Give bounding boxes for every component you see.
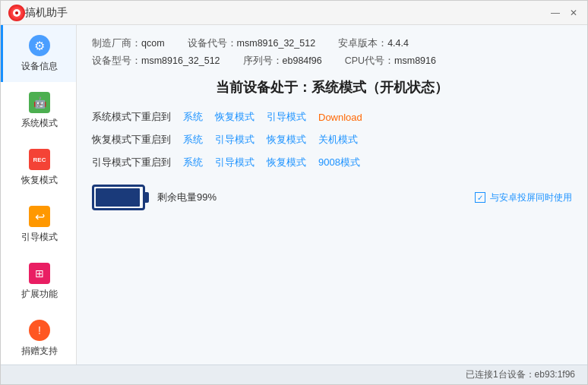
device-info-row2: 设备型号：msm8916_32_512 序列号：eb984f96 CPU代号：m… xyxy=(92,55,572,68)
titlebar: 搞机助手 — ✕ xyxy=(1,1,587,25)
minimize-button[interactable]: — xyxy=(549,7,561,19)
gear-icon: ⚙ xyxy=(28,34,51,57)
battery-icon xyxy=(92,185,145,210)
reboot-row-boot: 引导模式下重启到 系统 引导模式 恢复模式 9008模式 xyxy=(92,156,572,169)
sidebar-label-donate: 捐赠支持 xyxy=(21,345,58,358)
model-value: msm8916_32_512 xyxy=(141,55,220,66)
reboot-to-system-1[interactable]: 系统 xyxy=(183,110,203,124)
cpu-label: CPU代号： xyxy=(345,55,394,66)
model-field: 设备型号：msm8916_32_512 xyxy=(92,55,220,68)
device-code-field: 设备代号：msm8916_32_512 xyxy=(188,37,316,50)
boot-icon: ↩ xyxy=(28,205,51,228)
serial-label: 序列号： xyxy=(243,55,283,66)
device-code-value: msm8916_32_512 xyxy=(237,38,316,49)
sidebar-item-boot-mode[interactable]: ↩ 引导模式 xyxy=(1,196,76,253)
serial-value: eb984f96 xyxy=(283,55,322,66)
android-version-field: 安卓版本：4.4.4 xyxy=(338,37,409,50)
serial-field: 序列号：eb984f96 xyxy=(243,55,322,68)
reboot-row3-label: 引导模式下重启到 xyxy=(92,156,183,169)
reboot-to-boot-1[interactable]: 引导模式 xyxy=(267,110,306,124)
sidebar-label-device-info: 设备信息 xyxy=(21,60,58,73)
titlebar-title: 搞机助手 xyxy=(25,6,549,20)
reboot-to-recovery-3[interactable]: 恢复模式 xyxy=(267,156,306,169)
reboot-to-recovery-2[interactable]: 恢复模式 xyxy=(267,133,306,147)
manufacturer-label: 制造厂商： xyxy=(92,38,141,49)
reboot-to-poweroff-2[interactable]: 关机模式 xyxy=(318,133,358,147)
content-area: 制造厂商：qcom 设备代号：msm8916_32_512 安卓版本：4.4.4… xyxy=(77,25,587,364)
battery-label: 剩余电量99% xyxy=(157,191,217,204)
sidebar-item-recovery-mode[interactable]: REC 恢复模式 xyxy=(1,139,76,196)
sidebar: ⚙ 设备信息 🤖 系统模式 REC 恢复模式 ↩ 引导模式 xyxy=(1,25,77,364)
manufacturer-field: 制造厂商：qcom xyxy=(92,37,165,50)
reboot-row2-label: 恢复模式下重启到 xyxy=(92,133,183,147)
donate-icon: ! xyxy=(28,319,51,342)
manufacturer-value: qcom xyxy=(141,38,165,49)
reboot-to-boot-3[interactable]: 引导模式 xyxy=(215,156,254,169)
reboot-to-9008-3[interactable]: 9008模式 xyxy=(318,156,360,169)
sidebar-label-expand: 扩展功能 xyxy=(21,288,58,301)
reboot-row-recovery: 恢复模式下重启到 系统 引导模式 恢复模式 关机模式 xyxy=(92,133,572,147)
checkbox-section: ✓ 与安卓投屏同时使用 xyxy=(475,191,572,204)
android-version-label: 安卓版本： xyxy=(338,38,387,49)
battery-fill xyxy=(96,188,140,207)
sidebar-label-boot-mode: 引导模式 xyxy=(21,231,58,244)
reboot-to-boot-2[interactable]: 引导模式 xyxy=(215,133,254,147)
status-text: 已连接1台设备：eb93:1f96 xyxy=(466,368,575,381)
reboot-row-system: 系统模式下重启到 系统 恢复模式 引导模式 Download xyxy=(92,110,572,124)
statusbar: 已连接1台设备：eb93:1f96 xyxy=(1,364,587,384)
sidebar-item-device-info[interactable]: ⚙ 设备信息 xyxy=(1,25,76,82)
sidebar-item-system-mode[interactable]: 🤖 系统模式 xyxy=(1,82,76,139)
main-window: 搞机助手 — ✕ ⚙ 设备信息 🤖 系统模式 REC xyxy=(0,0,588,385)
cpu-field: CPU代号：msm8916 xyxy=(345,55,436,68)
section-title: 当前设备处于：系统模式（开机状态） xyxy=(92,78,572,96)
sync-checkbox-label[interactable]: 与安卓投屏同时使用 xyxy=(490,191,572,204)
reboot-row1-label: 系统模式下重启到 xyxy=(92,110,183,124)
app-logo xyxy=(8,5,25,21)
close-button[interactable]: ✕ xyxy=(567,7,580,19)
main-area: ⚙ 设备信息 🤖 系统模式 REC 恢复模式 ↩ 引导模式 xyxy=(1,25,587,364)
device-info-row1: 制造厂商：qcom 设备代号：msm8916_32_512 安卓版本：4.4.4 xyxy=(92,37,572,50)
android-version-value: 4.4.4 xyxy=(387,38,409,49)
model-label: 设备型号： xyxy=(92,55,141,66)
android-icon: 🤖 xyxy=(28,91,51,114)
reboot-section: 系统模式下重启到 系统 恢复模式 引导模式 Download 恢复模式下重启到 … xyxy=(92,110,572,169)
reboot-to-download-1[interactable]: Download xyxy=(318,112,362,123)
battery-section: 剩余电量99% ✓ 与安卓投屏同时使用 xyxy=(92,185,572,210)
reboot-to-system-2[interactable]: 系统 xyxy=(183,133,203,147)
sidebar-label-system-mode: 系统模式 xyxy=(21,117,58,130)
sidebar-item-donate[interactable]: ! 捐赠支持 xyxy=(1,310,76,364)
rec-icon: REC xyxy=(28,148,51,171)
device-code-label: 设备代号： xyxy=(188,38,237,49)
window-controls: — ✕ xyxy=(549,7,580,19)
expand-icon: ⊞ xyxy=(28,262,51,285)
sidebar-item-expand[interactable]: ⊞ 扩展功能 xyxy=(1,253,76,310)
sidebar-label-recovery-mode: 恢复模式 xyxy=(21,174,58,187)
reboot-to-recovery-1[interactable]: 恢复模式 xyxy=(215,110,254,124)
cpu-value: msm8916 xyxy=(394,55,436,66)
reboot-to-system-3[interactable]: 系统 xyxy=(183,156,203,169)
sync-checkbox[interactable]: ✓ xyxy=(475,192,485,203)
